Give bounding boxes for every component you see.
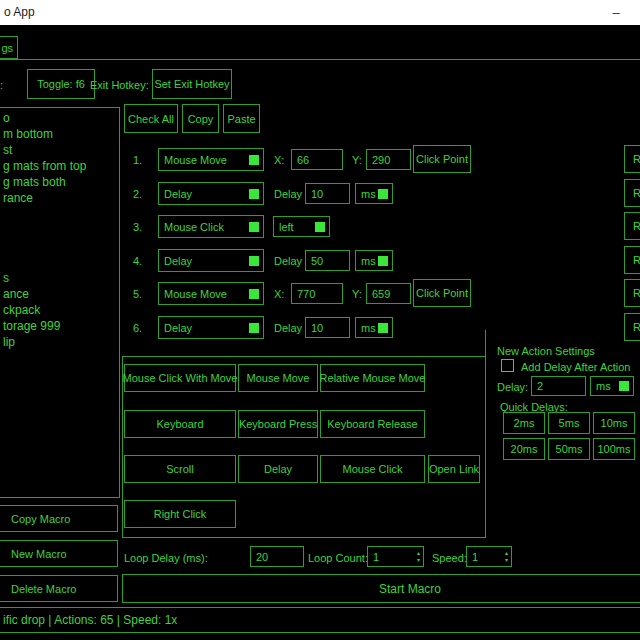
row-delay-unit-dropdown[interactable]: ms — [355, 250, 393, 271]
remove-action-button[interactable]: R — [624, 212, 640, 240]
macro-list-item[interactable]: o — [3, 110, 119, 126]
remove-action-button[interactable]: R — [624, 313, 640, 341]
dropdown-square-icon — [619, 381, 629, 391]
macro-list-item[interactable] — [3, 254, 119, 270]
loop-count-stepper[interactable]: 1 ▴▾ — [367, 546, 424, 567]
action-type-dropdown[interactable]: Delay — [158, 182, 264, 205]
remove-action-button[interactable]: R — [624, 179, 640, 207]
add-delay-button[interactable]: Delay — [238, 455, 318, 483]
row-delay-input[interactable]: 50 — [305, 250, 350, 271]
action-rows-viewport: 1.Mouse MoveX:66Y:290Click PointR2.Delay… — [122, 140, 640, 345]
macro-list-item[interactable]: rance — [3, 190, 119, 206]
macro-list-item[interactable]: st — [3, 142, 119, 158]
add-keyboard-button[interactable]: Keyboard — [124, 410, 236, 438]
x-label: X: — [274, 287, 284, 301]
dropdown-square-icon — [249, 289, 259, 299]
dropdown-square-icon — [378, 189, 388, 199]
macro-list-item[interactable] — [3, 206, 119, 222]
macro-list-item[interactable] — [3, 222, 119, 238]
add-right-click-button[interactable]: Right Click — [124, 500, 236, 528]
stepper-arrows-icon[interactable]: ▴▾ — [417, 548, 420, 565]
loop-count-value: 1 — [373, 551, 379, 563]
remove-action-button[interactable]: R — [624, 279, 640, 307]
copy-macro-button[interactable]: Copy Macro — [0, 505, 118, 532]
macro-list-item[interactable]: ance — [3, 286, 119, 302]
add-keyboard-release-button[interactable]: Keyboard Release — [320, 410, 425, 438]
start-macro-button[interactable]: Start Macro — [122, 574, 640, 603]
delete-macro-button[interactable]: Delete Macro — [0, 575, 118, 602]
paste-button[interactable]: Paste — [223, 104, 260, 133]
copy-button[interactable]: Copy — [182, 104, 219, 133]
quick-delay-20ms-button[interactable]: 20ms — [503, 438, 545, 460]
action-type-dropdown[interactable]: Mouse Move — [158, 282, 264, 305]
remove-action-button[interactable]: R — [624, 145, 640, 173]
mouse-button-dropdown-value: left — [279, 221, 294, 233]
x-input[interactable]: 66 — [291, 149, 343, 170]
action-type-dropdown-value: Delay — [164, 322, 192, 334]
mouse-button-dropdown[interactable]: left — [273, 216, 330, 237]
quick-delay-50ms-button[interactable]: 50ms — [548, 438, 590, 460]
row-delay-unit-dropdown[interactable]: ms — [355, 183, 393, 204]
settings-delay-unit-value: ms — [596, 380, 611, 392]
y-label: Y: — [352, 153, 362, 167]
remove-action-button[interactable]: R — [624, 246, 640, 274]
settings-delay-input[interactable]: 2 — [531, 376, 586, 396]
macro-list-item[interactable]: s — [3, 270, 119, 286]
dropdown-square-icon — [315, 222, 325, 232]
new-action-settings-title: New Action Settings — [497, 344, 595, 358]
copy-macro-label: Copy Macro — [1, 513, 70, 525]
y-input[interactable]: 659 — [366, 283, 411, 304]
row-delay-input[interactable]: 10 — [305, 183, 350, 204]
action-row-number: 5. — [133, 287, 142, 301]
action-row-number: 1. — [133, 153, 142, 167]
quick-delay-10ms-button[interactable]: 10ms — [593, 412, 635, 434]
add-open-link-button[interactable]: Open Link — [428, 455, 480, 483]
add-mouse-click-with-move-button[interactable]: Mouse Click With Move — [124, 364, 236, 392]
settings-delay-label: Delay: — [497, 380, 528, 394]
macro-list-item[interactable]: ckpack — [3, 302, 119, 318]
action-type-dropdown[interactable]: Delay — [158, 249, 264, 272]
add-delay-after-action-checkbox[interactable] — [501, 359, 514, 372]
row-delay-input[interactable]: 10 — [305, 317, 350, 338]
add-mouse-move-button[interactable]: Mouse Move — [238, 364, 318, 392]
add-delay-after-action-label: Add Delay After Action — [521, 360, 630, 374]
macro-list[interactable]: om bottomstg mats from topg mats bothran… — [0, 108, 119, 350]
action-type-dropdown-value: Mouse Move — [164, 288, 227, 300]
add-mouse-click-button[interactable]: Mouse Click — [320, 455, 425, 483]
add-keyboard-press-button[interactable]: Keyboard Press — [238, 410, 318, 438]
macro-list-item[interactable] — [3, 238, 119, 254]
click-point-button[interactable]: Click Point — [413, 145, 471, 173]
click-point-button[interactable]: Click Point — [413, 279, 471, 307]
macro-list-item[interactable]: m bottom — [3, 126, 119, 142]
macro-list-item[interactable]: torage 999 — [3, 318, 119, 334]
action-type-dropdown-value: Delay — [164, 188, 192, 200]
quick-delay-100ms-button[interactable]: 100ms — [593, 438, 635, 460]
quick-delay-5ms-button[interactable]: 5ms — [548, 412, 590, 434]
action-type-dropdown[interactable]: Mouse Move — [158, 148, 264, 171]
status-bar: ific drop | Actions: 65 | Speed: 1x — [0, 607, 640, 633]
macro-list-panel: om bottomstg mats from topg mats bothran… — [0, 107, 120, 498]
set-exit-hotkey-button[interactable]: Set Exit Hotkey — [152, 69, 232, 99]
row-delay-unit-dropdown-value: ms — [361, 322, 376, 334]
dropdown-square-icon — [378, 256, 388, 266]
add-scroll-button[interactable]: Scroll — [124, 455, 236, 483]
toggle-hotkey-button[interactable]: Toggle: f6 — [27, 69, 95, 99]
stepper-arrows-icon[interactable]: ▴▾ — [505, 548, 508, 565]
action-type-dropdown[interactable]: Delay — [158, 316, 264, 339]
speed-stepper[interactable]: 1 ▴▾ — [466, 546, 512, 567]
quick-delay-2ms-button[interactable]: 2ms — [503, 412, 545, 434]
tab-settings[interactable]: gs — [0, 36, 18, 59]
macro-list-item[interactable]: g mats from top — [3, 158, 119, 174]
loop-delay-input[interactable]: 20 — [250, 546, 304, 567]
macro-list-item[interactable]: g mats both — [3, 174, 119, 190]
row-delay-unit-dropdown[interactable]: ms — [355, 317, 393, 338]
check-all-button[interactable]: Check All — [124, 104, 178, 133]
add-relative-mouse-move-button[interactable]: Relative Mouse Move — [320, 364, 425, 392]
x-input[interactable]: 770 — [291, 283, 343, 304]
settings-delay-unit-dropdown[interactable]: ms — [590, 376, 634, 396]
minimize-button[interactable]: – — [600, 0, 632, 25]
y-input[interactable]: 290 — [366, 149, 411, 170]
macro-list-item[interactable]: lip — [3, 334, 119, 350]
action-type-dropdown[interactable]: Mouse Click — [158, 215, 264, 238]
new-macro-button[interactable]: New Macro — [0, 540, 118, 567]
